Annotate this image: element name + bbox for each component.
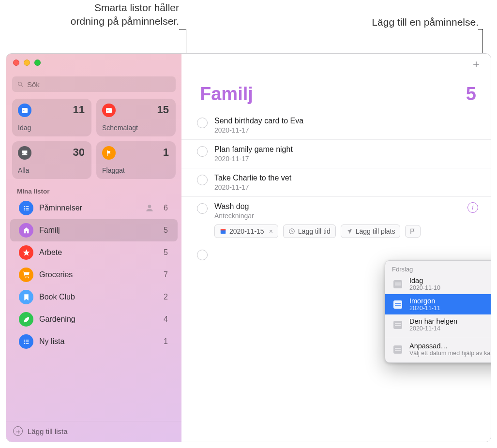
popover-item-title: Den här helgen (409, 317, 457, 325)
svg-rect-4 (106, 108, 112, 109)
popover-item-custom[interactable]: Anpassad… Välj ett datum med hjälp av ka… (385, 339, 491, 359)
tray-icon (18, 146, 31, 160)
sidebar-item-count: 2 (160, 293, 168, 301)
add-list-button[interactable]: ＋ Lägg till lista (6, 421, 181, 442)
popover-item-title: Idag (409, 277, 440, 284)
smart-card-label: Idag (18, 124, 85, 132)
svg-rect-5 (107, 110, 109, 111)
app-window: Sök 11Idag15Schemalagt30Alla1Flaggat Min… (6, 53, 491, 442)
add-reminder-button[interactable] (469, 58, 483, 71)
svg-rect-18 (26, 343, 29, 343)
page-count: 5 (466, 84, 476, 105)
smart-card-count: 30 (73, 146, 85, 159)
callout-add-reminder: Lägg till en påminnelse. (372, 16, 479, 28)
reminder-checkbox[interactable] (197, 203, 208, 214)
sidebar-item-book-club[interactable]: Book Club2 (10, 286, 178, 308)
popover-header: Förslag (385, 263, 491, 274)
svg-rect-28 (393, 321, 402, 329)
popover-item-title: Anpassad… (409, 342, 491, 350)
reminder-checkbox[interactable] (197, 175, 208, 185)
star-icon (19, 245, 33, 260)
reminder-row[interactable]: Send birthday card to Eva2020-11-17 (181, 111, 491, 140)
sidebar-item-label: Book Club (39, 293, 154, 301)
reminder-date: 2020-11-17 (214, 155, 478, 163)
reminder-title: Plan family game night (214, 145, 478, 154)
reminder-row[interactable]: Take Charlie to the vet2020-11-17 (181, 168, 491, 197)
time-chip[interactable]: Lägg till tid (283, 224, 336, 238)
reminder-row-editing[interactable]: Wash dog Anteckningar 2020-11-15 × Lägg … (181, 197, 491, 243)
plus-icon (471, 60, 481, 69)
svg-rect-9 (26, 206, 29, 207)
svg-point-6 (24, 206, 25, 207)
sidebar-item-label: Familj (39, 226, 154, 235)
sidebar-item-label: Ny lista (39, 337, 154, 346)
popover-item[interactable]: Idag2020-11-10 (385, 274, 491, 294)
calendar-icon (102, 104, 116, 117)
popover-item-sub: 2020-11-11 (409, 305, 440, 312)
place-chip[interactable]: Lägg till plats (341, 224, 401, 238)
reminder-checkbox[interactable] (197, 118, 208, 128)
close-window-button[interactable] (13, 60, 19, 66)
search-input[interactable]: Sök (12, 76, 176, 92)
sidebar-section-header: Mina listor (6, 185, 181, 197)
sidebar-item-arbete[interactable]: Arbete5 (10, 241, 178, 264)
svg-point-8 (24, 209, 25, 210)
sidebar-item-count: 5 (160, 248, 168, 257)
reminder-checkbox[interactable] (197, 146, 208, 157)
svg-point-15 (24, 343, 25, 343)
svg-point-14 (24, 341, 25, 342)
smart-card-idag[interactable]: 11Idag (12, 99, 91, 136)
place-chip-label: Lägg till plats (356, 227, 395, 235)
reminder-row[interactable]: Plan family game night2020-11-17 (181, 140, 491, 168)
smart-card-flaggat[interactable]: 1Flaggat (96, 141, 176, 179)
flag-chip[interactable] (405, 225, 421, 238)
smart-card-schemalagt[interactable]: 15Schemalagt (96, 99, 176, 136)
svg-rect-31 (393, 345, 402, 354)
svg-point-13 (24, 339, 25, 340)
svg-rect-16 (26, 340, 29, 340)
smart-card-alla[interactable]: 30Alla (12, 141, 91, 179)
svg-rect-17 (26, 341, 29, 342)
sidebar-item-groceries[interactable]: Groceries7 (10, 264, 178, 286)
svg-rect-25 (393, 300, 402, 309)
smart-card-label: Schemalagt (102, 124, 169, 132)
shared-icon (145, 203, 154, 213)
calendar-icon (392, 299, 404, 310)
search-placeholder: Sök (27, 80, 40, 89)
sidebar-item-count: 5 (160, 226, 168, 235)
smart-card-count: 1 (163, 146, 169, 159)
smart-card-label: Alla (18, 166, 85, 174)
calendar-icon (392, 343, 404, 355)
popover-item[interactable]: Den här helgen2020-11-14 (385, 314, 491, 335)
smart-card-count: 15 (157, 104, 169, 116)
reminder-info-button[interactable]: i (467, 202, 478, 213)
sidebar-item-count: 1 (160, 337, 168, 346)
popover-item-sub: 2020-11-14 (409, 325, 457, 332)
sidebar-item-label: Påminnelser (39, 204, 139, 212)
clear-date-button[interactable]: × (269, 227, 273, 235)
calendar-icon (392, 319, 404, 330)
sidebar-item-familj[interactable]: Familj5 (10, 219, 178, 241)
smart-lists-grid: 11Idag15Schemalagt30Alla1Flaggat (6, 97, 181, 185)
search-icon (17, 81, 24, 88)
reminder-checkbox[interactable] (197, 250, 208, 260)
bookmark-icon (19, 290, 33, 304)
date-chip[interactable]: 2020-11-15 × (214, 224, 278, 238)
minimize-window-button[interactable] (24, 60, 30, 66)
smart-card-label: Flaggat (102, 166, 169, 174)
zoom-window-button[interactable] (34, 60, 41, 66)
reminder-title-input[interactable]: Wash dog (214, 202, 461, 211)
leaf-icon (19, 312, 33, 327)
reminders-list: Send birthday card to Eva2020-11-17Plan … (181, 109, 491, 197)
date-chip-label: 2020-11-15 (229, 227, 264, 235)
popover-item[interactable]: Imorgon2020-11-11 (385, 294, 491, 314)
sidebar-item-påminnelser[interactable]: Påminnelser6 (10, 197, 178, 219)
calendar-icon (18, 104, 31, 117)
reminder-notes-input[interactable]: Anteckningar (214, 212, 461, 220)
sidebar-item-ny-lista[interactable]: Ny lista1 (10, 330, 178, 353)
sidebar-item-gardening[interactable]: Gardening4 (10, 308, 178, 330)
reminder-date: 2020-11-17 (214, 126, 478, 134)
main-content: Familj 5 Send birthday card to Eva2020-1… (181, 54, 491, 442)
svg-rect-11 (26, 209, 29, 210)
page-title: Familj (200, 84, 253, 105)
